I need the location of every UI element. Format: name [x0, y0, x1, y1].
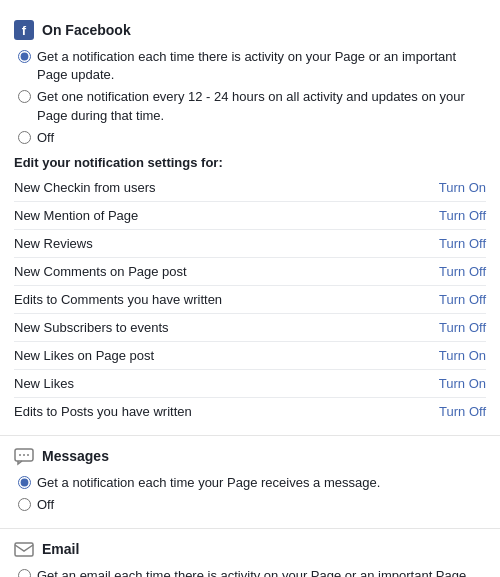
email-radio-item-1[interactable]: Get an email each time there is activity…: [18, 567, 486, 577]
messages-radio-item-2[interactable]: Off: [18, 496, 486, 514]
facebook-radio-label-3: Off: [37, 129, 54, 147]
email-section: Email Get an email each time there is ac…: [0, 529, 500, 577]
email-section-title: Email: [42, 541, 79, 557]
facebook-radio-2[interactable]: [18, 90, 31, 103]
notification-label: New Subscribers to events: [14, 320, 169, 335]
facebook-icon: f: [14, 20, 34, 40]
table-row: Edits to Posts you have writtenTurn Off: [14, 398, 486, 425]
messages-radio-1[interactable]: [18, 476, 31, 489]
messages-radio-label-2: Off: [37, 496, 54, 514]
notification-label: New Comments on Page post: [14, 264, 187, 279]
notification-label: New Likes on Page post: [14, 348, 154, 363]
notification-label: New Mention of Page: [14, 208, 138, 223]
table-row: New Comments on Page postTurn Off: [14, 258, 486, 286]
edit-notifications-header: Edit your notification settings for:: [14, 155, 486, 170]
svg-point-1: [19, 454, 21, 456]
facebook-section: f On Facebook Get a notification each ti…: [0, 10, 500, 436]
messages-section-header: Messages: [14, 446, 486, 466]
messages-radio-item-1[interactable]: Get a notification each time your Page r…: [18, 474, 486, 492]
table-row: New Likes on Page postTurn On: [14, 342, 486, 370]
svg-point-2: [23, 454, 25, 456]
facebook-radio-group: Get a notification each time there is ac…: [18, 48, 486, 147]
notification-action[interactable]: Turn Off: [439, 208, 486, 223]
email-radio-label-1: Get an email each time there is activity…: [37, 567, 486, 577]
messages-radio-label-1: Get a notification each time your Page r…: [37, 474, 380, 492]
table-row: Edits to Comments you have writtenTurn O…: [14, 286, 486, 314]
svg-point-3: [27, 454, 29, 456]
facebook-radio-label-1: Get a notification each time there is ac…: [37, 48, 486, 84]
table-row: New Checkin from usersTurn On: [14, 174, 486, 202]
facebook-radio-label-2: Get one notification every 12 - 24 hours…: [37, 88, 486, 124]
facebook-section-header: f On Facebook: [14, 20, 486, 40]
facebook-radio-3[interactable]: [18, 131, 31, 144]
messages-section-title: Messages: [42, 448, 109, 464]
facebook-radio-item-3[interactable]: Off: [18, 129, 486, 147]
facebook-section-title: On Facebook: [42, 22, 131, 38]
notification-label: New Reviews: [14, 236, 93, 251]
notification-action[interactable]: Turn On: [439, 348, 486, 363]
table-row: New Mention of PageTurn Off: [14, 202, 486, 230]
messages-section: Messages Get a notification each time yo…: [0, 436, 500, 529]
notification-label: New Likes: [14, 376, 74, 391]
notification-action[interactable]: Turn On: [439, 180, 486, 195]
svg-rect-4: [15, 543, 33, 556]
table-row: New LikesTurn On: [14, 370, 486, 398]
facebook-radio-item-1[interactable]: Get a notification each time there is ac…: [18, 48, 486, 84]
table-row: New Subscribers to eventsTurn Off: [14, 314, 486, 342]
messages-icon: [14, 446, 34, 466]
notification-label: Edits to Posts you have written: [14, 404, 192, 419]
notification-label: Edits to Comments you have written: [14, 292, 222, 307]
table-row: New ReviewsTurn Off: [14, 230, 486, 258]
notification-action[interactable]: Turn Off: [439, 320, 486, 335]
notification-action[interactable]: Turn Off: [439, 236, 486, 251]
messages-radio-group: Get a notification each time your Page r…: [18, 474, 486, 514]
notification-action[interactable]: Turn Off: [439, 404, 486, 419]
notification-list: New Checkin from usersTurn OnNew Mention…: [14, 174, 486, 425]
notification-action[interactable]: Turn Off: [439, 292, 486, 307]
notification-action[interactable]: Turn Off: [439, 264, 486, 279]
email-radio-1[interactable]: [18, 569, 31, 577]
facebook-radio-item-2[interactable]: Get one notification every 12 - 24 hours…: [18, 88, 486, 124]
notification-label: New Checkin from users: [14, 180, 156, 195]
notification-action[interactable]: Turn On: [439, 376, 486, 391]
email-icon: [14, 539, 34, 559]
email-radio-group: Get an email each time there is activity…: [18, 567, 486, 577]
messages-radio-2[interactable]: [18, 498, 31, 511]
email-section-header: Email: [14, 539, 486, 559]
facebook-radio-1[interactable]: [18, 50, 31, 63]
